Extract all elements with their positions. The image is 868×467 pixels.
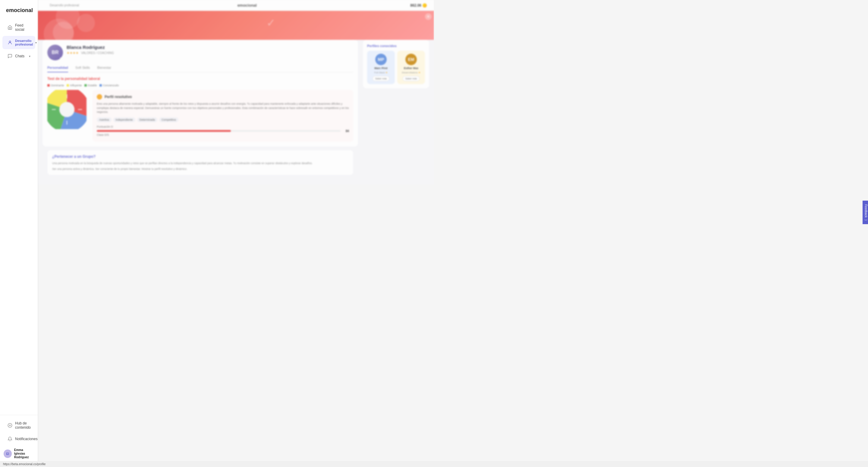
profile-type-description: Eres una persona altamente motivada y ad… [97, 102, 349, 114]
chat-icon [7, 53, 13, 59]
coins-value: 862.06 [410, 3, 421, 7]
perfiles-title-colored: conocidos [380, 44, 397, 48]
profile-header: BR Blanca Rodríguez ★★★★ VALORES / COACH… [47, 45, 353, 60]
perfiles-cards-row: MP Marc Piret Full Stack ★ Saber más EM … [367, 51, 425, 84]
user-circle-icon [7, 40, 13, 45]
banner-close-button[interactable]: ✕ [425, 13, 432, 20]
sidebar-item-feed-social[interactable]: Feed social [2, 20, 35, 35]
sidebar-item-label-desarrollo: Desarrollo profesional [15, 39, 33, 46]
coin-icon [423, 3, 427, 7]
profile-main: BR Blanca Rodríguez ★★★★ VALORES / COACH… [42, 40, 358, 180]
banner-check-icon: ✓ [267, 17, 276, 29]
mini-profile-marc: MP Marc Piret Full Stack ★ Saber más [367, 51, 395, 84]
profile-card: BR Blanca Rodríguez ★★★★ VALORES / COACH… [42, 40, 358, 147]
profile-stars: ★★★★ [67, 51, 79, 55]
compat-star-marc: ★ [385, 71, 388, 74]
tag-determinada: Determinada [137, 117, 158, 122]
online-status-dot [60, 57, 62, 60]
chevron-right-icon: ▾ [29, 55, 30, 58]
profile-banner: ✓ ✕ [38, 11, 434, 40]
coins-display: 862.06 [410, 3, 427, 7]
mini-role-marc: Full Stack ★ [374, 71, 388, 74]
tag-independiente: Independiente [113, 117, 135, 122]
progress-section: Puntuación D 84 Clase D/S [97, 125, 349, 136]
personality-section-title: Test de la personalidad laboral [47, 77, 353, 81]
profile-meta-text: VALORES / COACHING [81, 51, 114, 55]
mini-avatar-esther: EM [405, 54, 417, 65]
chevron-down-icon: ▾ [35, 41, 37, 45]
mini-avatar-marc: MP [375, 54, 387, 65]
home-icon [7, 25, 13, 30]
sidebar-item-label-feed: Feed social [15, 23, 30, 32]
legend-item-influyente: Influyente [67, 84, 82, 87]
personality-description-card: Perfil resolutivo Eres una persona altam… [93, 90, 353, 142]
legend-item-concienzudo: Concienzudo [99, 84, 119, 87]
progress-bar-background [97, 130, 341, 132]
sidebar-item-label-chats: Chats [15, 54, 24, 58]
legend-label-concienzudo: Concienzudo [103, 84, 119, 87]
tag-competitiva: Competitiva [159, 117, 179, 122]
tab-personalidad[interactable]: Personalidad [47, 63, 68, 72]
banner-decorations: ✓ [38, 11, 434, 40]
progress-label: Puntuación D [97, 125, 349, 128]
progress-note: Clase D/S [97, 133, 349, 136]
profile-meta: ★★★★ VALORES / COACHING [67, 51, 353, 55]
compat-star-esther: ★ [418, 71, 421, 74]
profile-tags: Asertiva Independiente Determinada Compe… [97, 117, 349, 122]
pie-chart [47, 90, 87, 129]
saber-mas-esther-button[interactable]: Saber más [403, 76, 420, 81]
header-brand: emocional [230, 0, 264, 11]
tag-asertiva: Asertiva [97, 117, 112, 122]
saber-mas-marc-button[interactable]: Saber más [373, 76, 390, 81]
personality-legend: Dominante Influyente Estable Concienzudo [47, 84, 353, 87]
top-header: Desarrollo profesional emocional 862.06 [38, 0, 434, 11]
perfiles-title: Perfiles conocidos [367, 44, 425, 48]
profile-photo: BR [47, 45, 63, 60]
legend-dot-concienzudo [99, 84, 102, 87]
progress-bar-fill [97, 130, 231, 132]
profile-layout: BR Blanca Rodríguez ★★★★ VALORES / COACH… [38, 40, 434, 185]
profile-name: Blanca Rodríguez [67, 45, 353, 50]
extra-text: Una persona motivada en la búsqueda de n… [52, 162, 348, 166]
legend-item-dominante: Dominante [47, 84, 64, 87]
banner-circle-2 [77, 14, 95, 32]
chart-and-description: Perfil resolutivo Eres una persona altam… [47, 90, 353, 142]
breadcrumb: Desarrollo profesional [45, 2, 84, 9]
mini-profile-esther: EM Esther Mas Desarrolladora ★ Saber más [397, 51, 425, 84]
svg-point-0 [9, 41, 10, 42]
sidebar-item-desarrollo-profesional[interactable]: Desarrollo profesional ▾ [2, 36, 35, 49]
legend-dot-estable [84, 84, 87, 87]
extra-content-section: ¿Pertenecer a un Grupo? Una persona moti… [47, 150, 353, 175]
profile-tabs: Personalidad Soft Skills Bienestar [47, 63, 353, 72]
mini-role-esther: Desarrolladora ★ [402, 71, 421, 74]
progress-value: 84 [343, 129, 349, 133]
mini-name-marc: Marc Piret [374, 67, 388, 70]
profile-type-icon [97, 94, 102, 99]
legend-label-dominante: Dominante [51, 84, 64, 87]
legend-dot-influyente [67, 84, 69, 87]
profile-type-title: Perfil resolutivo [104, 95, 132, 99]
legend-item-estable: Estable [84, 84, 97, 87]
desc-card-header: Perfil resolutivo [97, 94, 349, 99]
legend-dot-dominante [47, 84, 50, 87]
perfiles-conocidos-card: Perfiles conocidos MP Marc Piret Full St… [363, 40, 429, 88]
tab-soft-skills[interactable]: Soft Skills [75, 63, 90, 72]
legend-label-influyente: Influyente [70, 84, 82, 87]
extra-more-text: Ser una persona activa y dinámica. Ser c… [52, 167, 348, 171]
svg-point-8 [59, 102, 74, 117]
tab-bienestar[interactable]: Bienestar [97, 63, 111, 72]
extra-title: ¿Pertenecer a un Grupo? [52, 154, 348, 159]
sidebar-logo: emocional [0, 5, 38, 20]
legend-label-estable: Estable [88, 84, 97, 87]
header-right: 862.06 [410, 3, 427, 7]
main-content: Desarrollo profesional emocional 862.06 … [38, 0, 434, 233]
sidebar: emocional Feed social Desarrollo profesi… [0, 0, 38, 233]
sidebar-item-chats[interactable]: Chats ▾ [2, 50, 35, 62]
profile-info: Blanca Rodríguez ★★★★ VALORES / COACHING [67, 45, 353, 55]
mini-name-esther: Esther Mas [404, 67, 418, 70]
right-sidebar: Perfiles conocidos MP Marc Piret Full St… [363, 40, 429, 180]
progress-row: 84 [97, 129, 349, 133]
